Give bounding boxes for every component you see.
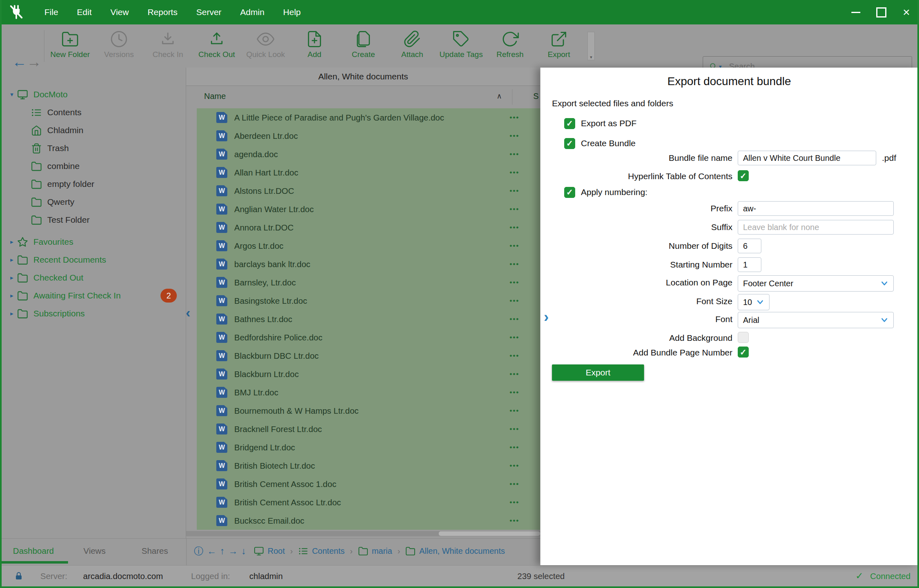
row-actions-icon[interactable]: ••• xyxy=(510,517,519,525)
row-actions-icon[interactable]: ••• xyxy=(510,388,519,397)
location-on-page-select[interactable]: Footer Center xyxy=(738,275,894,292)
toolbar-button[interactable]: Check Out xyxy=(192,29,241,66)
sidebar-tab[interactable]: Views xyxy=(70,539,119,563)
file-row[interactable]: W British Biotech Ltr.doc ••• 2 xyxy=(197,456,540,475)
close-button[interactable]: × xyxy=(894,0,919,24)
starting-number-input[interactable] xyxy=(738,257,761,272)
number-of-digits-input[interactable] xyxy=(738,239,761,253)
sidebar-tree-item[interactable]: ▾ DocMoto xyxy=(2,86,186,103)
toolbar-button[interactable]: Refresh xyxy=(486,29,534,66)
file-row[interactable]: W Buckscc Email.doc ••• 2 xyxy=(197,511,540,530)
menu-item[interactable]: File xyxy=(35,0,68,24)
row-actions-icon[interactable]: ••• xyxy=(510,407,519,415)
row-actions-icon[interactable]: ••• xyxy=(510,279,519,287)
menu-item[interactable]: Server xyxy=(187,0,231,24)
row-actions-icon[interactable]: ••• xyxy=(510,260,519,268)
sidebar-tree-item[interactable]: empty folder xyxy=(2,175,186,193)
add-bundle-page-number-checkbox[interactable] xyxy=(738,347,749,358)
file-row[interactable]: W Bedfordshire Police.doc ••• 2 xyxy=(197,328,540,347)
file-row[interactable]: W Blackburn DBC Ltr.doc ••• 2 xyxy=(197,347,540,365)
prefix-input[interactable] xyxy=(738,201,894,216)
name-column-header[interactable]: Name xyxy=(204,92,226,101)
toolbar-button[interactable]: Quick Look xyxy=(241,29,290,66)
row-actions-icon[interactable]: ••• xyxy=(510,114,519,122)
row-actions-icon[interactable]: ••• xyxy=(510,242,519,250)
create-bundle-checkbox[interactable] xyxy=(564,138,575,149)
file-row[interactable]: W Alstons Ltr.DOC ••• 2 xyxy=(197,182,540,200)
breadcrumb-item[interactable]: Root xyxy=(254,546,285,556)
toolbar-button[interactable]: Update Tags xyxy=(437,29,486,66)
sidebar-section-item[interactable]: ▸ Awaiting First Check In 2 xyxy=(2,287,186,305)
row-actions-icon[interactable]: ••• xyxy=(510,297,519,305)
file-row[interactable]: W Allan Hart Ltr.doc ••• 2 xyxy=(197,163,540,182)
menu-item[interactable]: Help xyxy=(274,0,310,24)
file-row[interactable]: W Basingstoke Ltr.doc ••• 2 xyxy=(197,292,540,310)
sidebar-section-item[interactable]: ▸ Checked Out xyxy=(2,269,186,287)
breadcrumb-item[interactable]: maria xyxy=(358,546,392,556)
file-row[interactable]: W Barnsley, Ltr.doc ••• 2 xyxy=(197,273,540,292)
sidebar-tab[interactable]: Shares xyxy=(130,539,179,563)
sidebar-tree-item[interactable]: combine xyxy=(2,157,186,175)
bundle-file-name-input[interactable] xyxy=(738,151,876,165)
row-actions-icon[interactable]: ••• xyxy=(510,462,519,470)
expander-icon[interactable]: ▸ xyxy=(7,238,17,246)
expander-icon[interactable]: ▸ xyxy=(7,292,17,299)
file-row[interactable]: W A Little Piece of Paradise and Pugh's … xyxy=(197,108,540,127)
row-actions-icon[interactable]: ••• xyxy=(510,480,519,488)
toolbar-button[interactable]: Add xyxy=(290,29,339,66)
back-button[interactable]: ← xyxy=(12,55,27,69)
maximize-button[interactable] xyxy=(868,0,894,24)
toolbar-button[interactable]: Versions xyxy=(95,29,143,66)
file-row[interactable]: W Bridgend Ltr.doc ••• 2 xyxy=(197,438,540,456)
expander-icon[interactable]: ▾ xyxy=(7,91,17,98)
apply-numbering-checkbox[interactable] xyxy=(564,187,575,198)
file-row[interactable]: W British Cement Assoc 1.doc ••• 2 xyxy=(197,475,540,493)
row-actions-icon[interactable]: ••• xyxy=(510,132,519,140)
file-row[interactable]: W Blackburn Ltr.doc ••• 2 xyxy=(197,365,540,383)
file-row[interactable]: W Bathnes Ltr.doc ••• 2 xyxy=(197,310,540,328)
toolbar-button[interactable]: Create xyxy=(339,29,388,66)
breadcrumb-nav-icon[interactable]: ↑ xyxy=(220,546,225,557)
breadcrumb-nav-icon[interactable]: ⓘ xyxy=(194,545,203,557)
row-actions-icon[interactable]: ••• xyxy=(510,498,519,507)
sidebar-tree-item[interactable]: Test Folder xyxy=(2,211,186,229)
forward-button[interactable]: → xyxy=(27,55,42,69)
file-row[interactable]: W Argos Ltr.doc ••• 2 xyxy=(197,237,540,255)
expander-icon[interactable]: ▸ xyxy=(7,256,17,263)
menu-item[interactable]: Edit xyxy=(68,0,101,24)
column-divider[interactable] xyxy=(512,89,512,105)
expander-icon[interactable]: ▸ xyxy=(7,274,17,281)
file-row[interactable]: W Aberdeen Ltr.doc ••• 2 xyxy=(197,127,540,145)
file-row[interactable]: W British Cement Assoc Ltr.doc ••• 2 xyxy=(197,493,540,511)
sidebar-section-item[interactable]: ▸ Subscriptions xyxy=(2,305,186,323)
row-actions-icon[interactable]: ••• xyxy=(510,169,519,177)
sidebar-tree-item[interactable]: Trash xyxy=(2,139,186,157)
breadcrumb-item[interactable]: Contents xyxy=(298,546,345,556)
file-row[interactable]: W Anglian Water Ltr.doc ••• 2 xyxy=(197,200,540,218)
row-actions-icon[interactable]: ••• xyxy=(510,150,519,158)
sidebar-tab[interactable]: Dashboard xyxy=(9,539,58,563)
row-actions-icon[interactable]: ••• xyxy=(510,187,519,195)
suffix-input[interactable] xyxy=(738,220,894,235)
menu-item[interactable]: Reports xyxy=(138,0,187,24)
row-actions-icon[interactable]: ••• xyxy=(510,224,519,232)
size-column-header[interactable]: S xyxy=(533,92,539,101)
row-actions-icon[interactable]: ••• xyxy=(510,370,519,378)
row-actions-icon[interactable]: ••• xyxy=(510,205,519,213)
add-background-checkbox[interactable] xyxy=(738,332,749,343)
file-row[interactable]: W Bracknell Forest Ltr.doc ••• 2 xyxy=(197,420,540,438)
font-size-select[interactable]: 10 xyxy=(738,294,769,310)
file-row[interactable]: W Annora Ltr.DOC ••• 2 xyxy=(197,218,540,237)
file-row[interactable]: W BMJ Ltr.doc ••• 2 xyxy=(197,383,540,402)
minimize-button[interactable] xyxy=(843,0,868,24)
scrollbar-thumb[interactable] xyxy=(439,531,540,536)
toolbar-button[interactable]: Attach xyxy=(388,29,437,66)
breadcrumb-nav-icon[interactable]: ↓ xyxy=(242,546,246,557)
sidebar-tree-item[interactable]: Chladmin xyxy=(2,121,186,139)
toolbar-button[interactable]: Check In xyxy=(143,29,192,66)
breadcrumb-nav-icon[interactable]: ← xyxy=(207,546,216,557)
file-row[interactable]: W barclays bank ltr.doc ••• 2 xyxy=(197,255,540,273)
toolbar-button[interactable]: New Folder xyxy=(46,29,95,66)
row-actions-icon[interactable]: ••• xyxy=(510,315,519,323)
font-select[interactable]: Arial xyxy=(738,312,894,328)
